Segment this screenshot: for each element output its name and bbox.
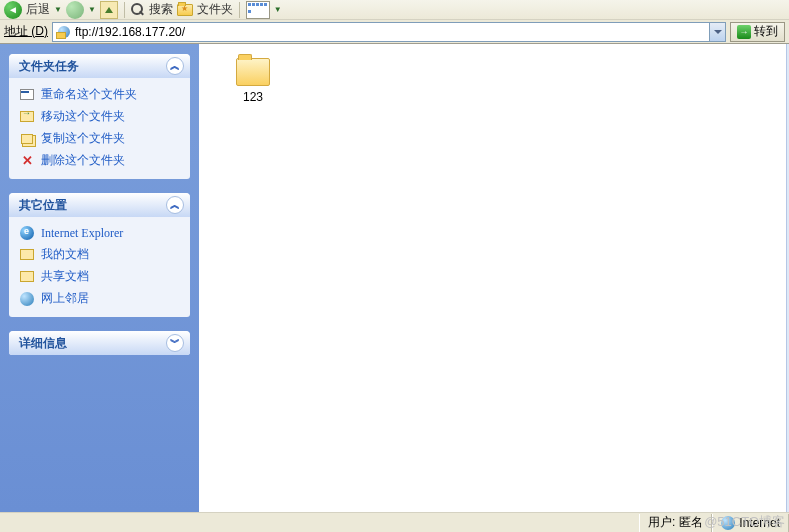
place-internet-explorer[interactable]: Internet Explorer	[19, 225, 180, 241]
panel-header[interactable]: 文件夹任务 ︽	[9, 54, 190, 78]
panel-header[interactable]: 其它位置 ︽	[9, 193, 190, 217]
user-label: 用户:	[648, 514, 675, 531]
back-icon[interactable]: ◄	[4, 1, 22, 19]
folder-item[interactable]: 123	[223, 58, 283, 104]
views-button[interactable]	[246, 1, 270, 19]
details-panel: 详细信息 ︾	[9, 331, 190, 355]
expand-icon[interactable]: ︾	[166, 334, 184, 352]
place-network-neighborhood[interactable]: 网上邻居	[19, 290, 180, 307]
address-input[interactable]: ftp://192.168.177.20/	[75, 25, 709, 39]
task-copy-folder[interactable]: 复制这个文件夹	[19, 130, 180, 147]
address-label: 地址 (D)	[4, 23, 48, 40]
go-button[interactable]: → 转到	[730, 22, 785, 42]
forward-icon[interactable]	[66, 1, 84, 19]
tasks-sidebar: 文件夹任务 ︽ 重命名这个文件夹 移动这个文件夹 复制这个文件夹 ✕删除这个文件…	[0, 44, 199, 512]
panel-title: 其它位置	[19, 197, 67, 214]
folders-button-label[interactable]: 文件夹	[197, 1, 233, 18]
panel-header[interactable]: 详细信息 ︾	[9, 331, 190, 355]
main-area: 文件夹任务 ︽ 重命名这个文件夹 移动这个文件夹 复制这个文件夹 ✕删除这个文件…	[0, 44, 789, 512]
status-zone: Internet	[712, 514, 789, 532]
place-my-documents[interactable]: 我的文档	[19, 246, 180, 263]
panel-body: Internet Explorer 我的文档 共享文档 网上邻居	[9, 217, 190, 317]
other-places-panel: 其它位置 ︽ Internet Explorer 我的文档 共享文档 网上邻居	[9, 193, 190, 317]
status-bar: 用户: 匿名 Internet	[0, 512, 789, 532]
move-icon	[20, 111, 34, 122]
folders-icon[interactable]	[177, 4, 193, 16]
go-button-label: 转到	[754, 23, 778, 40]
panel-body: 重命名这个文件夹 移动这个文件夹 复制这个文件夹 ✕删除这个文件夹	[9, 78, 190, 179]
toolbar-separator	[239, 2, 240, 18]
views-dropdown[interactable]: ▼	[274, 5, 282, 14]
panel-title: 详细信息	[19, 335, 67, 352]
internet-zone-icon	[721, 516, 735, 530]
task-delete-folder[interactable]: ✕删除这个文件夹	[19, 152, 180, 169]
delete-icon: ✕	[19, 153, 35, 169]
search-button-label[interactable]: 搜索	[149, 1, 173, 18]
collapse-icon[interactable]: ︽	[166, 196, 184, 214]
address-dropdown[interactable]	[709, 23, 725, 41]
address-input-wrap: ftp://192.168.177.20/	[52, 22, 726, 42]
folder-content-area[interactable]: 123	[199, 44, 789, 512]
zone-label: Internet	[739, 516, 780, 530]
folder-tasks-panel: 文件夹任务 ︽ 重命名这个文件夹 移动这个文件夹 复制这个文件夹 ✕删除这个文件…	[9, 54, 190, 179]
folder-name-label: 123	[243, 90, 263, 104]
documents-icon	[20, 249, 34, 260]
user-value: 匿名	[679, 514, 703, 531]
network-icon	[20, 292, 34, 306]
shared-icon	[20, 271, 34, 282]
main-toolbar: ◄ 后退 ▼ ▼ 搜索 文件夹 ▼	[0, 0, 789, 20]
status-user: 用户: 匿名	[639, 514, 712, 532]
panel-title: 文件夹任务	[19, 58, 79, 75]
forward-dropdown[interactable]: ▼	[88, 5, 96, 14]
back-button-label[interactable]: 后退	[26, 1, 50, 18]
folder-icon	[236, 58, 270, 86]
address-bar: 地址 (D) ftp://192.168.177.20/ → 转到	[0, 20, 789, 44]
back-dropdown[interactable]: ▼	[54, 5, 62, 14]
task-move-folder[interactable]: 移动这个文件夹	[19, 108, 180, 125]
toolbar-separator	[124, 2, 125, 18]
ftp-location-icon	[56, 25, 72, 39]
copy-icon	[21, 134, 33, 144]
place-shared-documents[interactable]: 共享文档	[19, 268, 180, 285]
ie-icon	[20, 226, 34, 240]
collapse-icon[interactable]: ︽	[166, 57, 184, 75]
rename-icon	[20, 89, 34, 100]
task-rename-folder[interactable]: 重命名这个文件夹	[19, 86, 180, 103]
up-folder-icon[interactable]	[100, 1, 118, 19]
go-arrow-icon: →	[737, 25, 751, 39]
search-icon[interactable]	[131, 3, 145, 17]
